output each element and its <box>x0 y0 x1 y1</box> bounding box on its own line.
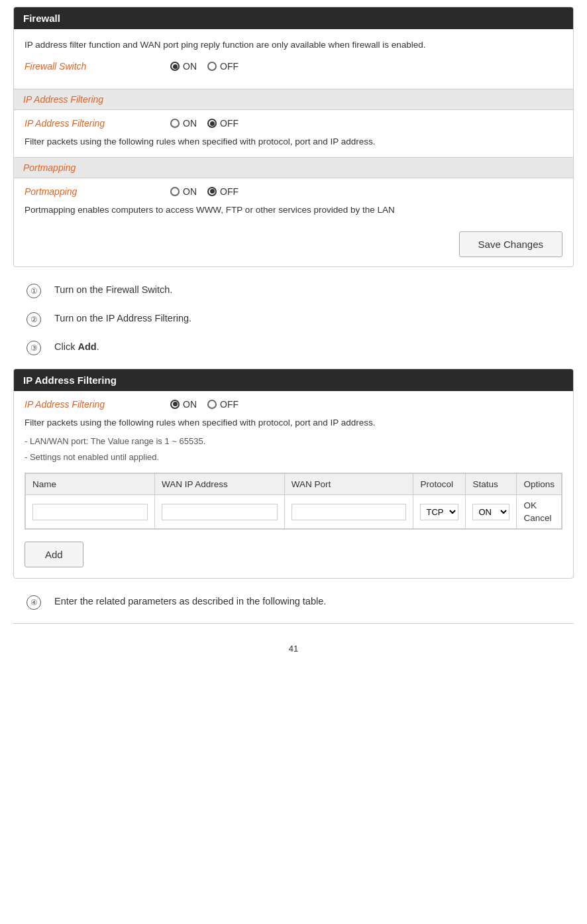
instruction-step-3: ③ Click Add. <box>27 340 574 355</box>
ip-filtering-on-radio[interactable] <box>170 119 180 128</box>
cell-protocol[interactable]: TCP UDP <box>413 495 466 529</box>
ok-cancel-group: OK Cancel <box>523 500 555 523</box>
ok-button[interactable]: OK <box>523 500 555 510</box>
step-1-text: Turn on the Firewall Switch. <box>54 283 574 298</box>
portmapping-label: Portmapping <box>25 186 170 197</box>
firewall-switch-on-label: ON <box>183 61 197 72</box>
ip-filtering-sub-body: IP Address Filtering ON OFF Filter packe… <box>14 110 573 156</box>
status-select[interactable]: ON OFF <box>472 504 509 520</box>
portmapping-off-radio[interactable] <box>207 187 217 196</box>
add-button[interactable]: Add <box>25 542 83 567</box>
cell-name[interactable] <box>26 495 155 529</box>
step-2-circle: ② <box>27 312 41 327</box>
page-divider <box>13 623 574 624</box>
ip-filtering-2-radio-group[interactable]: ON OFF <box>170 399 239 410</box>
instruction-step-4: ④ Enter the related parameters as descri… <box>27 595 574 610</box>
ip-filtering-table: Name WAN IP Address WAN Port Protocol St… <box>25 473 562 529</box>
name-input[interactable] <box>32 504 148 520</box>
firewall-switch-off-radio[interactable] <box>207 62 217 71</box>
ip-filtering-table-wrapper: Name WAN IP Address WAN Port Protocol St… <box>25 473 562 530</box>
table-row: TCP UDP ON OFF OK <box>26 495 562 529</box>
firewall-switch-on-radio[interactable] <box>170 62 180 71</box>
ip-filtering-radio-group[interactable]: ON OFF <box>170 118 239 129</box>
ip-filtering-row: IP Address Filtering ON OFF <box>25 118 562 129</box>
ip-filtering-on-option[interactable]: ON <box>170 118 197 129</box>
save-btn-row: Save Changes <box>14 225 573 266</box>
portmapping-description: Portmapping enables computers to access … <box>25 203 562 217</box>
portmapping-off-label: OFF <box>220 186 239 197</box>
firewall-body: IP address filter function and WAN port … <box>14 29 573 89</box>
ip-filtering-off-option[interactable]: OFF <box>207 118 239 129</box>
ip-filtering-2-on-label: ON <box>183 399 197 410</box>
firewall-notice: IP address filter function and WAN port … <box>25 38 562 52</box>
ip-filtering-label: IP Address Filtering <box>25 118 170 129</box>
ip-filtering-2-off-label: OFF <box>220 399 239 410</box>
ip-filtering-2-off-radio[interactable] <box>207 400 217 409</box>
col-protocol: Protocol <box>413 474 466 495</box>
page-number: 41 <box>13 644 574 654</box>
step-3-text: Click Add. <box>54 340 574 355</box>
portmapping-on-radio[interactable] <box>170 187 180 196</box>
col-name: Name <box>26 474 155 495</box>
ip-filtering-on-label: ON <box>183 118 197 129</box>
ip-filtering-note1: - LAN/WAN port: The Value range is 1 ~ 6… <box>25 435 562 448</box>
portmapping-on-option[interactable]: ON <box>170 186 197 197</box>
cancel-button[interactable]: Cancel <box>523 513 555 523</box>
portmapping-on-label: ON <box>183 186 197 197</box>
cell-options[interactable]: OK Cancel <box>517 495 562 529</box>
ip-filtering-note2: - Settings not enabled until applied. <box>25 451 562 464</box>
firewall-header: Firewall <box>14 7 573 29</box>
portmapping-radio-group[interactable]: ON OFF <box>170 186 239 197</box>
add-btn-row: Add <box>25 536 562 570</box>
ip-filtering-header-2: IP Address Filtering <box>14 369 573 391</box>
cell-wan-port[interactable] <box>284 495 413 529</box>
ip-filtering-off-radio[interactable] <box>207 119 217 128</box>
col-wan-ip: WAN IP Address <box>155 474 285 495</box>
wan-port-input[interactable] <box>292 504 407 520</box>
col-status: Status <box>466 474 517 495</box>
instructions-list: ① Turn on the Firewall Switch. ② Turn on… <box>27 283 574 355</box>
protocol-select[interactable]: TCP UDP <box>420 504 458 520</box>
ip-filtering-2-label: IP Address Filtering <box>25 399 170 410</box>
step-1-circle: ① <box>27 284 41 298</box>
firewall-switch-on-option[interactable]: ON <box>170 61 197 72</box>
ip-filtering-2-on-radio[interactable] <box>170 400 180 409</box>
firewall-switch-off-label: OFF <box>220 61 239 72</box>
ip-filtering-description: Filter packets using the following rules… <box>25 135 562 148</box>
ip-filtering-title-2: IP Address Filtering <box>23 375 117 386</box>
save-changes-button[interactable]: Save Changes <box>459 231 562 257</box>
col-options: Options <box>517 474 562 495</box>
cell-status[interactable]: ON OFF <box>466 495 517 529</box>
table-header-row: Name WAN IP Address WAN Port Protocol St… <box>26 474 562 495</box>
col-wan-port: WAN Port <box>284 474 413 495</box>
portmapping-subheader: Portmapping <box>14 157 573 178</box>
step4-list: ④ Enter the related parameters as descri… <box>27 595 574 610</box>
step-2-text: Turn on the IP Address Filtering. <box>54 312 574 326</box>
wan-ip-input[interactable] <box>162 504 278 520</box>
instruction-step-1: ① Turn on the Firewall Switch. <box>27 283 574 298</box>
firewall-section: Firewall IP address filter function and … <box>13 7 574 267</box>
portmapping-off-option[interactable]: OFF <box>207 186 239 197</box>
add-bold-text: Add <box>78 341 96 352</box>
firewall-switch-row: Firewall Switch ON OFF <box>25 61 562 72</box>
ip-filtering-2-on-option[interactable]: ON <box>170 399 197 410</box>
step-4-text: Enter the related parameters as describe… <box>54 595 574 609</box>
firewall-switch-radio-group[interactable]: ON OFF <box>170 61 239 72</box>
cell-wan-ip[interactable] <box>155 495 285 529</box>
portmapping-row: Portmapping ON OFF <box>25 186 562 197</box>
firewall-switch-off-option[interactable]: OFF <box>207 61 239 72</box>
step-3-circle: ③ <box>27 341 41 355</box>
ip-filtering-off-label: OFF <box>220 118 239 129</box>
ip-filtering-2-description: Filter packets using the following rules… <box>25 416 562 430</box>
ip-filtering-2-off-option[interactable]: OFF <box>207 399 239 410</box>
instruction-step-2: ② Turn on the IP Address Filtering. <box>27 312 574 327</box>
ip-filtering-section-2: IP Address Filtering IP Address Filterin… <box>13 369 574 579</box>
firewall-title: Firewall <box>23 13 60 24</box>
ip-filtering-2-row: IP Address Filtering ON OFF <box>25 399 562 410</box>
ip-filtering-subheader: IP Address Filtering <box>14 89 573 110</box>
portmapping-sub-body: Portmapping ON OFF Portmapping enables c… <box>14 178 573 225</box>
firewall-switch-label: Firewall Switch <box>25 61 170 72</box>
step-4-circle: ④ <box>27 595 41 610</box>
ip-filtering-section-2-body: IP Address Filtering ON OFF Filter packe… <box>14 391 573 578</box>
